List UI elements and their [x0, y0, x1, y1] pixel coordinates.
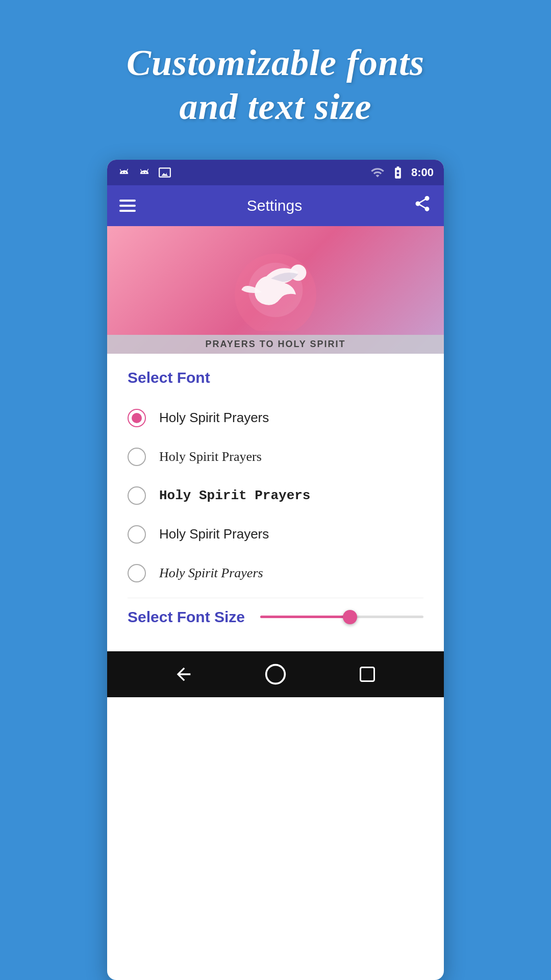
android-icon-1: [117, 166, 131, 179]
radio-inner-1: [132, 413, 142, 423]
font-size-slider-container: [260, 612, 423, 622]
radio-button-4[interactable]: [128, 525, 146, 544]
outer-background: Customizable fonts and text size: [0, 0, 551, 980]
bottom-nav: [107, 651, 444, 697]
android-icon-2: [138, 166, 151, 179]
status-bar: 8:00: [107, 160, 444, 185]
svg-rect-4: [361, 667, 374, 681]
slider-fill: [260, 616, 350, 618]
font-label-2: Holy Spirit Prayers: [159, 449, 262, 464]
font-radio-group: Holy Spirit Prayers Holy Spirit Prayers …: [128, 399, 423, 593]
radio-button-2[interactable]: [128, 448, 146, 466]
status-icons-left: [117, 166, 171, 179]
radio-button-3[interactable]: [128, 486, 146, 505]
font-label-3: Holy Spirit Prayers: [159, 488, 310, 503]
svg-point-3: [266, 665, 285, 683]
home-button[interactable]: [260, 659, 291, 690]
battery-icon: [391, 165, 405, 180]
font-option-4[interactable]: Holy Spirit Prayers: [128, 515, 423, 554]
font-option-1[interactable]: Holy Spirit Prayers: [128, 399, 423, 437]
font-option-2[interactable]: Holy Spirit Prayers: [128, 437, 423, 476]
image-caption: PRAYERS TO HOLY SPIRIT: [107, 335, 444, 354]
radio-button-5[interactable]: [128, 564, 146, 582]
font-label-5: Holy Spirit Prayers: [159, 566, 263, 581]
select-font-size-section: Select Font Size: [128, 598, 423, 636]
font-option-3[interactable]: Holy Spirit Prayers: [128, 476, 423, 515]
font-option-5[interactable]: Holy Spirit Prayers: [128, 554, 423, 593]
select-font-size-title: Select Font Size: [128, 608, 245, 626]
dove-image: [230, 249, 321, 331]
font-label-1: Holy Spirit Prayers: [159, 410, 269, 426]
font-label-4: Holy Spirit Prayers: [159, 526, 269, 542]
hero-line1: Customizable fonts: [127, 42, 424, 83]
content-area: Select Font Holy Spirit Prayers Holy Spi…: [107, 354, 444, 651]
app-banner: PRAYERS TO HOLY SPIRIT: [107, 226, 444, 354]
select-font-section: Select Font Holy Spirit Prayers Holy Spi…: [128, 369, 423, 593]
radio-button-1[interactable]: [128, 409, 146, 427]
select-font-title: Select Font: [128, 369, 423, 386]
hero-text: Customizable fonts and text size: [96, 41, 455, 129]
phone-frame: 8:00 Settings: [107, 160, 444, 980]
signal-icon: [370, 165, 385, 180]
hero-line2: and text size: [179, 86, 371, 127]
share-button[interactable]: [413, 194, 432, 217]
recent-apps-button[interactable]: [352, 659, 383, 690]
status-right: 8:00: [370, 165, 434, 180]
slider-track: [260, 616, 423, 618]
image-icon: [158, 166, 171, 179]
status-time: 8:00: [411, 166, 434, 179]
back-button[interactable]: [168, 659, 199, 690]
toolbar: Settings: [107, 185, 444, 226]
toolbar-title: Settings: [247, 197, 302, 214]
hamburger-menu[interactable]: [119, 200, 136, 212]
slider-thumb[interactable]: [343, 610, 357, 624]
